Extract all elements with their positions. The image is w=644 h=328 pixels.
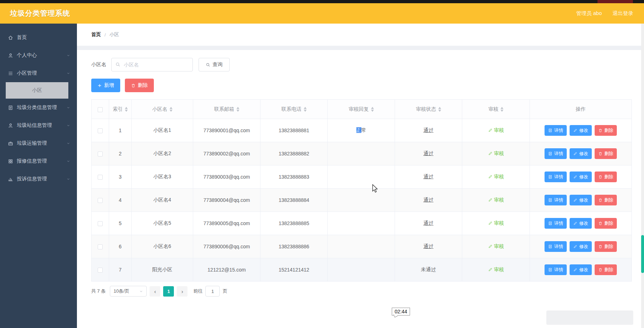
- edit-button[interactable]: 修改: [570, 148, 592, 159]
- chart-icon: [8, 177, 13, 182]
- grid-icon: [8, 159, 13, 164]
- cell-reply: [328, 258, 395, 282]
- delete-button[interactable]: 删除: [595, 241, 617, 252]
- detail-button[interactable]: 详情: [545, 148, 567, 159]
- breadcrumb-home[interactable]: 首页: [91, 31, 101, 38]
- sort-control[interactable]: [371, 107, 374, 112]
- select-all-checkbox[interactable]: [98, 107, 103, 112]
- page-size-select[interactable]: 10条/页: [110, 286, 147, 297]
- cell-reply: [328, 212, 395, 235]
- sort-control[interactable]: [170, 107, 172, 112]
- sidebar-item-garbage-station-info[interactable]: 垃圾站信息管理: [0, 116, 77, 134]
- edit-button[interactable]: 修改: [570, 264, 592, 275]
- sidebar-item-garbage-classification-info[interactable]: 垃圾分类信息管理: [0, 99, 77, 116]
- edit-icon: [488, 151, 493, 156]
- row-checkbox[interactable]: [98, 151, 103, 156]
- sidebar-item-garbage-transport[interactable]: 垃圾运输管理: [0, 134, 77, 152]
- audit-link[interactable]: 审核: [488, 150, 504, 157]
- cell-index: 4: [109, 189, 132, 212]
- detail-button[interactable]: 详情: [545, 218, 567, 229]
- edit-button[interactable]: 修改: [570, 218, 592, 229]
- row-checkbox[interactable]: [98, 244, 103, 249]
- cell-audit: 审核: [462, 235, 530, 258]
- edit-icon: [573, 175, 577, 179]
- edit-button[interactable]: 修改: [570, 241, 592, 252]
- cell-reply: [328, 165, 395, 189]
- edit-button[interactable]: 修改: [570, 195, 592, 205]
- sort-control[interactable]: [125, 107, 128, 112]
- prev-page-button[interactable]: ‹: [150, 286, 160, 297]
- cell-index: 3: [109, 165, 132, 189]
- row-checkbox[interactable]: [98, 268, 103, 273]
- sidebar-item-community-management[interactable]: 小区管理: [0, 64, 77, 82]
- video-timestamp-overlay: 02:44: [392, 308, 410, 315]
- audit-link[interactable]: 审核: [488, 174, 504, 180]
- detail-button[interactable]: 详情: [545, 241, 567, 252]
- delete-button[interactable]: 删除: [595, 172, 617, 182]
- page-number-button[interactable]: 1: [163, 286, 174, 297]
- detail-button[interactable]: 详情: [545, 125, 567, 136]
- col-header-checkbox: [92, 100, 109, 119]
- sort-control[interactable]: [438, 107, 441, 112]
- edit-button[interactable]: 修改: [570, 172, 592, 182]
- delete-button[interactable]: 删除: [595, 195, 617, 205]
- scrollbar-thumb[interactable]: [641, 235, 644, 273]
- search-icon: [206, 63, 210, 67]
- cell-index: 1: [109, 119, 132, 142]
- sidebar-item-complaint-info[interactable]: 投诉信息管理: [0, 170, 77, 188]
- delete-button[interactable]: 删除: [595, 125, 617, 136]
- sidebar-item-label: 垃圾运输管理: [17, 140, 47, 146]
- delete-button[interactable]: 删除: [595, 148, 617, 159]
- row-checkbox[interactable]: [98, 198, 103, 203]
- top-strip-red-segment: [597, 0, 633, 3]
- trash-icon: [598, 128, 602, 133]
- detail-icon: [548, 151, 552, 156]
- goto-page-input[interactable]: [205, 286, 220, 297]
- detail-icon: [548, 244, 552, 249]
- detail-button[interactable]: 详情: [545, 195, 567, 205]
- delete-button[interactable]: 删除: [595, 264, 617, 275]
- cell-phone: 13823888882: [260, 142, 328, 165]
- search-input[interactable]: [111, 58, 193, 71]
- status-text: 通过: [424, 127, 434, 133]
- audit-link[interactable]: 审核: [488, 243, 504, 250]
- add-button[interactable]: 新增: [91, 79, 120, 92]
- cell-checkbox: [92, 165, 109, 189]
- row-checkbox[interactable]: [98, 128, 103, 133]
- audit-link[interactable]: 审核: [488, 197, 504, 203]
- cell-ops: 详情修改删除: [530, 258, 632, 282]
- next-page-button[interactable]: ›: [177, 286, 187, 297]
- sidebar-item-home[interactable]: 首页: [0, 29, 77, 46]
- scrollbar-track: [641, 24, 644, 328]
- audit-link[interactable]: 审核: [488, 267, 504, 273]
- detail-button[interactable]: 详情: [545, 172, 567, 182]
- audit-link[interactable]: 审核: [488, 127, 504, 134]
- cell-checkbox: [92, 189, 109, 212]
- row-checkbox[interactable]: [98, 221, 103, 226]
- cell-phone: 13823888883: [260, 165, 328, 189]
- sort-control[interactable]: [236, 107, 239, 112]
- cell-phone: 13823888886: [260, 235, 328, 258]
- sort-control[interactable]: [304, 107, 307, 112]
- detail-icon: [548, 268, 552, 272]
- detail-icon: [548, 198, 552, 202]
- row-checkbox[interactable]: [98, 175, 103, 180]
- sidebar-item-personal-center[interactable]: 个人中心: [0, 46, 77, 64]
- sidebar-subitem-community[interactable]: 小区: [6, 82, 68, 99]
- delete-button-label: 删除: [138, 82, 148, 89]
- admin-user-link[interactable]: 管理员 abo: [576, 10, 602, 17]
- logout-link[interactable]: 退出登录: [613, 10, 633, 17]
- column-label: 操作: [576, 106, 586, 113]
- query-button[interactable]: 查询: [199, 58, 230, 71]
- delete-button[interactable]: 删除: [125, 79, 154, 92]
- sidebar-item-repair-info[interactable]: 报修信息管理: [0, 152, 77, 170]
- trash-icon: [598, 151, 602, 156]
- cell-status: 通过: [395, 189, 462, 212]
- bottom-right-widget: [546, 310, 633, 325]
- edit-icon: [488, 267, 493, 272]
- audit-link[interactable]: 审核: [488, 220, 504, 227]
- sort-control[interactable]: [501, 107, 503, 112]
- edit-button[interactable]: 修改: [570, 125, 592, 136]
- delete-button[interactable]: 删除: [595, 218, 617, 229]
- detail-button[interactable]: 详情: [545, 264, 567, 275]
